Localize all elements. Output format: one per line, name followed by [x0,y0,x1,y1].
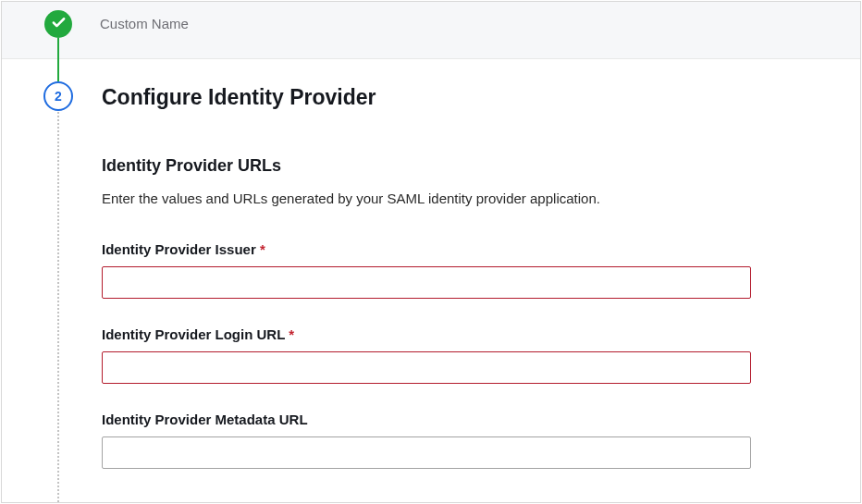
login-url-label: Identity Provider Login URL * [102,326,860,342]
check-icon [51,15,67,34]
step-completed-indicator [44,10,72,38]
metadata-url-label: Identity Provider Metadata URL [102,412,860,427]
section-description: Enter the values and URLs generated by y… [102,191,860,206]
required-asterisk: * [289,326,294,342]
issuer-label: Identity Provider Issuer * [102,241,860,257]
field-group-login-url: Identity Provider Login URL * [102,326,860,384]
connector-line-solid [57,38,59,81]
section-title: Identity Provider URLs [102,156,860,176]
field-group-metadata-url: Identity Provider Metadata URL [102,412,860,469]
connector-line-dotted [57,112,59,504]
step-completed-bar: Custom Name [2,2,860,59]
login-url-input[interactable] [102,351,751,384]
step-completed-label: Custom Name [100,16,189,31]
login-url-label-text: Identity Provider Login URL [102,326,289,342]
step-number: 2 [55,89,62,104]
step-active-row: 2 Configure Identity Provider Identity P… [2,59,860,469]
step-content: Configure Identity Provider Identity Pro… [102,85,860,469]
metadata-url-input[interactable] [102,436,751,469]
field-group-issuer: Identity Provider Issuer * [102,241,860,299]
wizard-container: Custom Name 2 Configure Identity Provide… [1,1,861,503]
required-asterisk: * [260,241,265,257]
page-title: Configure Identity Provider [102,85,860,110]
step-active-indicator: 2 [43,81,73,111]
issuer-label-text: Identity Provider Issuer [102,241,260,257]
issuer-input[interactable] [102,266,751,299]
